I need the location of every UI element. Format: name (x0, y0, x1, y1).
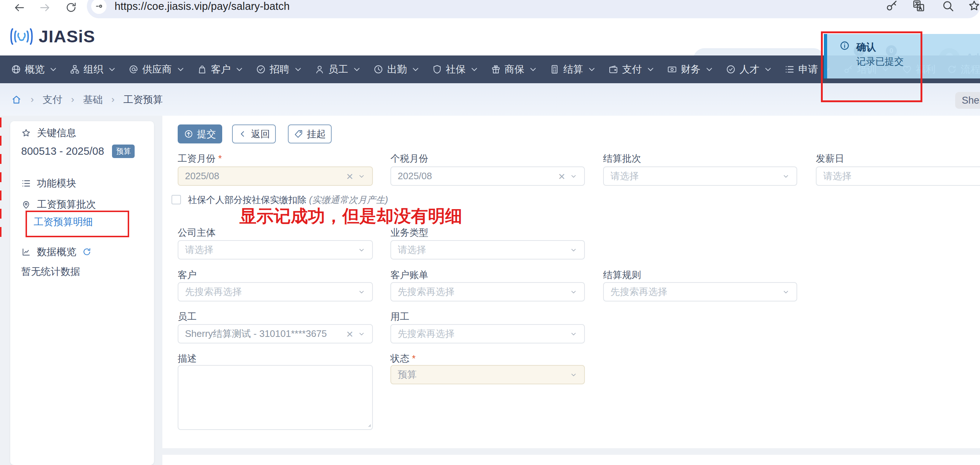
submit-button[interactable]: 提交 (178, 124, 222, 143)
breadcrumb-item-pay[interactable]: 支付 (43, 93, 62, 106)
chevron-down-icon (570, 246, 578, 254)
browser-forward-icon[interactable] (39, 2, 51, 14)
badge-check-icon (256, 64, 266, 75)
password-key-icon[interactable] (885, 0, 898, 13)
clear-icon[interactable]: × (346, 328, 353, 340)
resize-grip-icon[interactable] (366, 422, 371, 427)
chevron-left-icon (238, 129, 247, 139)
chevron-down-icon (570, 172, 578, 180)
nav-customer[interactable]: 客户 (197, 63, 245, 76)
settle-batch-label: 结算批次 (603, 152, 797, 165)
salary-month-select[interactable]: 2025/08 × (178, 166, 373, 186)
description-textarea[interactable] (178, 365, 373, 430)
chevron-down-icon (704, 64, 714, 75)
company-select[interactable]: 请选择 (178, 240, 373, 260)
nav-finance[interactable]: 财务 (667, 63, 714, 76)
banknote-icon (667, 64, 677, 75)
chevron-down-icon (782, 172, 790, 180)
employee-select[interactable]: Sherry结算测试 - 310101****3675 × (178, 324, 373, 344)
app-logo[interactable]: JIASiS (10, 26, 95, 46)
nav-social-insurance[interactable]: 社保 (432, 63, 479, 76)
site-info-icon[interactable] (91, 0, 107, 14)
chevron-down-icon (763, 64, 773, 75)
logo-text: JIASiS (39, 26, 95, 46)
back-button[interactable]: 返回 (232, 124, 276, 143)
settle-rule-select[interactable]: 先搜索再选择 (603, 282, 797, 301)
pin-icon (21, 200, 31, 210)
social-deduct-checkbox[interactable] (172, 195, 181, 204)
globe-icon (11, 64, 21, 75)
tag-icon (294, 129, 303, 139)
chevron-down-icon (570, 288, 578, 296)
suspend-button[interactable]: 挂起 (288, 124, 332, 143)
bookmark-star-icon[interactable] (967, 0, 980, 13)
settle-batch-select[interactable]: 请选择 (603, 166, 797, 186)
breadcrumb-item-basic[interactable]: 基础 (83, 93, 102, 106)
status-badge: 预算 (112, 145, 135, 158)
at-icon (129, 64, 138, 75)
nav-settlement[interactable]: 结算 (549, 63, 597, 76)
chevron-down-icon (570, 330, 578, 338)
annotation-rect-sidebar (25, 210, 129, 237)
nav-recruit[interactable]: 招聘 (256, 63, 303, 76)
chevron-down-icon (469, 64, 479, 75)
sidebar-item-budget-batch[interactable]: 工资预算批次 (21, 198, 96, 211)
business-type-select[interactable]: 请选择 (390, 240, 585, 260)
chevron-down-icon (587, 64, 597, 75)
refresh-icon[interactable] (82, 247, 92, 256)
nav-commercial-insurance[interactable]: 商保 (491, 63, 538, 76)
employment-label: 用工 (390, 310, 585, 323)
business-type-label: 业务类型 (390, 226, 585, 239)
lower-panel (162, 455, 980, 465)
sidebar-panel: 关键信息 800513 - 2025/08 预算 功能模块 工资预算批次 工资预… (10, 121, 154, 465)
social-deduct-note: (实缴通常次月产生) (309, 194, 388, 205)
browser-reload-icon[interactable] (65, 2, 77, 14)
customer-bill-label: 客户账单 (390, 269, 585, 282)
nav-talent[interactable]: 人才 (726, 63, 773, 76)
company-label: 公司主体 (178, 226, 373, 239)
translate-icon[interactable] (912, 0, 925, 13)
zoom-search-icon[interactable] (941, 0, 955, 13)
annotation-rect-toast (821, 31, 922, 102)
nav-overview[interactable]: 概览 (11, 63, 58, 76)
list-icon (784, 64, 795, 75)
tax-month-select[interactable]: 2025/08 × (390, 166, 585, 186)
breadcrumb-separator: › (31, 94, 34, 105)
shield-icon (432, 64, 442, 75)
nav-supplier[interactable]: 供应商 (129, 63, 186, 76)
clear-icon[interactable]: × (558, 170, 565, 182)
customer-select[interactable]: 先搜索再选择 (178, 282, 373, 301)
sidebar-data-overview: 数据概览 (21, 245, 92, 258)
chevron-down-icon (107, 64, 117, 75)
budget-form-panel: 提交 返回 挂起 工资月份 2025/08 × 个税月份 2025/08 × 结… (162, 116, 980, 448)
logo-icon (10, 27, 33, 46)
url-text[interactable]: https://coe.jiasis.vip/pay/salary-batch (115, 0, 290, 13)
home-icon[interactable] (11, 94, 22, 105)
chevron-down-icon (646, 64, 655, 75)
sidebar-modules-title: 功能模块 (21, 177, 76, 190)
annotation-edge-dashes (0, 118, 2, 239)
nav-attendance[interactable]: 出勤 (373, 63, 421, 76)
status-label: 状态 (390, 352, 585, 365)
customer-bill-select[interactable]: 先搜索再选择 (390, 282, 585, 301)
breadcrumb-separator: › (111, 94, 115, 105)
batch-id-month: 800513 - 2025/08 (21, 145, 104, 157)
nav-employee[interactable]: 员工 (315, 63, 362, 76)
status-select[interactable]: 预算 (390, 365, 585, 384)
sidebar-key-value-row: 800513 - 2025/08 预算 (21, 145, 135, 158)
address-bar[interactable]: https://coe.jiasis.vip/pay/salary-batch (87, 0, 980, 18)
social-deduct-label: 社保个人部分按社保实缴扣除 (188, 194, 307, 205)
employment-select[interactable]: 先搜索再选择 (390, 324, 585, 344)
list-icon (21, 178, 31, 188)
nav-payment[interactable]: 支付 (608, 63, 655, 76)
pay-day-select[interactable]: 请选择 (816, 166, 980, 186)
nav-organization[interactable]: 组织 (70, 63, 117, 76)
browser-back-icon[interactable] (13, 2, 25, 14)
clear-icon[interactable]: × (346, 170, 353, 182)
chevron-down-icon (528, 64, 538, 75)
person-icon (315, 64, 325, 75)
employee-label: 员工 (178, 310, 373, 323)
chevron-down-icon (358, 246, 366, 254)
breadcrumb-right-chip[interactable]: Sherr (955, 92, 980, 109)
sidebar-key-info: 关键信息 (21, 126, 76, 139)
